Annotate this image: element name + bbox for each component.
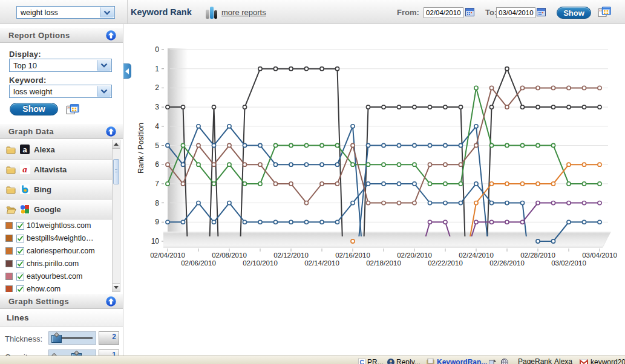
svg-text:02/28/2010: 02/28/2010: [520, 252, 555, 259]
svg-text:02/04/2010: 02/04/2010: [150, 252, 185, 259]
svg-text:10: 10: [151, 237, 160, 245]
svg-text:02/08/2010: 02/08/2010: [212, 252, 247, 259]
svg-text:5: 5: [155, 141, 159, 150]
svg-text:03/04/2010: 03/04/2010: [582, 252, 617, 259]
svg-text:02/24/2010: 02/24/2010: [459, 252, 494, 259]
svg-text:2: 2: [155, 83, 159, 92]
svg-text:02/26/2010: 02/26/2010: [489, 259, 525, 267]
svg-text:02/06/2010: 02/06/2010: [181, 259, 216, 267]
svg-text:6: 6: [155, 160, 159, 169]
svg-text:02/10/2010: 02/10/2010: [243, 259, 278, 267]
svg-text:a: a: [22, 164, 27, 174]
svg-text:8: 8: [155, 199, 159, 207]
svg-text:1: 1: [155, 65, 159, 73]
svg-text:3: 3: [155, 103, 159, 111]
svg-text:02/18/2010: 02/18/2010: [366, 259, 401, 267]
svg-text:7: 7: [155, 180, 159, 188]
svg-text:03/02/2010: 03/02/2010: [551, 259, 586, 267]
svg-text:02/16/2010: 02/16/2010: [335, 252, 370, 259]
svg-text:0: 0: [155, 45, 159, 54]
svg-text:9: 9: [155, 218, 159, 226]
svg-text:02/22/2010: 02/22/2010: [428, 259, 463, 267]
svg-text:02/20/2010: 02/20/2010: [397, 252, 432, 259]
svg-text:a: a: [22, 145, 27, 154]
svg-text:02/12/2010: 02/12/2010: [273, 252, 309, 259]
svg-text:4: 4: [155, 122, 159, 131]
svg-text:Rank / Position: Rank / Position: [137, 123, 145, 174]
svg-text:C: C: [359, 359, 364, 364]
svg-text:02/14/2010: 02/14/2010: [304, 259, 339, 267]
